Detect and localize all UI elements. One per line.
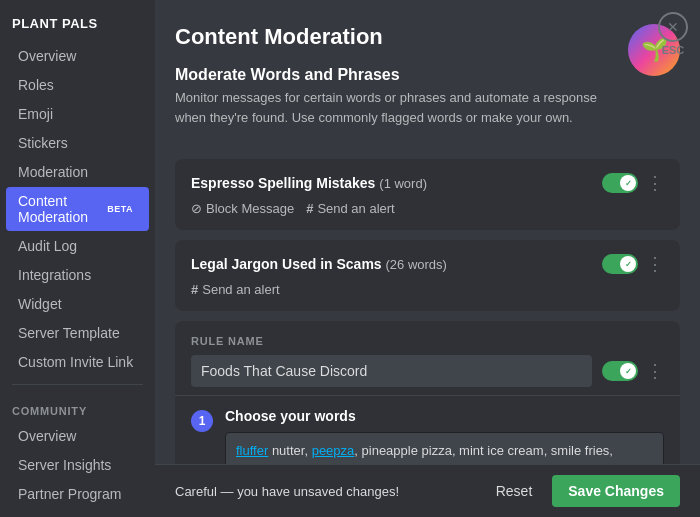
rule-card-2: Legal Jargon Used in Scams (26 words) ✓ …: [175, 240, 680, 311]
unsaved-warning: Careful — you have unsaved changes!: [175, 484, 399, 499]
sidebar-item-label: Audit Log: [18, 238, 77, 254]
rule-1-title-area: Espresso Spelling Mistakes (1 word): [191, 175, 427, 191]
server-name: PLANT PALS: [0, 8, 155, 41]
sidebar-item-label: Server Insights: [18, 457, 111, 473]
sidebar-item-label: Overview: [18, 428, 76, 444]
rule-1-title: Espresso Spelling Mistakes (1 word): [191, 175, 427, 191]
hash-icon: [306, 201, 313, 216]
sidebar-item-label: Integrations: [18, 267, 91, 283]
rule-name-label: Rule Name: [191, 335, 664, 347]
rule-1-word-count: (1 word): [379, 176, 427, 191]
sidebar-item-server-insights[interactable]: Server Insights: [6, 451, 149, 479]
rule-1-toggle[interactable]: ✓: [602, 173, 638, 193]
expanded-rule-more-button[interactable]: ⋮: [646, 362, 664, 380]
rule-2-action-alert: Send an alert: [191, 282, 280, 297]
sidebar-item-label: Stickers: [18, 135, 68, 151]
toggle-knob: ✓: [620, 175, 636, 191]
sidebar-item-label: Roles: [18, 77, 54, 93]
community-section-label: COMMUNITY: [0, 393, 155, 421]
rule-1-action-block: Block Message: [191, 201, 294, 216]
rule-2-title: Legal Jargon Used in Scams (26 words): [191, 256, 447, 272]
sidebar: PLANT PALS Overview Roles Emoji Stickers…: [0, 0, 155, 517]
rule-1-action-alert: Send an alert: [306, 201, 395, 216]
expanded-rule-header: Rule Name ✓ ⋮: [175, 321, 680, 395]
save-button[interactable]: Save Changes: [552, 475, 680, 507]
rule-2-more-button[interactable]: ⋮: [646, 255, 664, 273]
sidebar-divider: [12, 384, 143, 385]
rule-2-controls: ✓ ⋮: [602, 254, 664, 274]
section-title: Moderate Words and Phrases: [175, 66, 628, 84]
sidebar-item-server-template[interactable]: Server Template: [6, 319, 149, 347]
rule-1-controls: ✓ ⋮: [602, 173, 664, 193]
sidebar-item-community-overview[interactable]: Overview: [6, 422, 149, 450]
sidebar-item-label: Partner Program: [18, 486, 121, 502]
sidebar-item-custom-invite[interactable]: Custom Invite Link: [6, 348, 149, 376]
sidebar-item-audit-log[interactable]: Audit Log: [6, 232, 149, 260]
esc-icon: ✕: [658, 12, 688, 42]
sidebar-item-partner-program[interactable]: Partner Program: [6, 480, 149, 508]
sidebar-item-widget[interactable]: Widget: [6, 290, 149, 318]
header-text: Content Moderation Moderate Words and Ph…: [175, 24, 628, 143]
step-1-num: 1: [191, 410, 213, 432]
sidebar-item-stickers[interactable]: Stickers: [6, 129, 149, 157]
rule-card-1: Espresso Spelling Mistakes (1 word) ✓ ⋮ …: [175, 159, 680, 230]
hash-icon-2: [191, 282, 198, 297]
bottom-actions: Reset Save Changes: [484, 475, 680, 507]
sidebar-item-moderation[interactable]: Moderation: [6, 158, 149, 186]
rule-1-actions: Block Message Send an alert: [191, 201, 664, 216]
expanded-rule-toggle[interactable]: ✓: [602, 361, 638, 381]
sidebar-item-integrations[interactable]: Integrations: [6, 261, 149, 289]
step-1-title: Choose your words: [225, 408, 664, 424]
sidebar-item-label: Moderation: [18, 164, 88, 180]
sidebar-section-general: Overview Roles Emoji Stickers Moderation…: [0, 42, 155, 376]
sidebar-item-emoji[interactable]: Emoji: [6, 100, 149, 128]
esc-label: ESC: [662, 44, 685, 56]
sidebar-item-overview[interactable]: Overview: [6, 42, 149, 70]
block-icon: [191, 201, 202, 216]
sidebar-item-content-moderation[interactable]: Content Moderation BETA: [6, 187, 149, 231]
sidebar-item-label: Content Moderation: [18, 193, 97, 225]
sidebar-item-roles[interactable]: Roles: [6, 71, 149, 99]
rule-2-toggle[interactable]: ✓: [602, 254, 638, 274]
sidebar-section-community: Overview Server Insights Partner Program…: [0, 422, 155, 517]
rule-1-header: Espresso Spelling Mistakes (1 word) ✓ ⋮: [191, 173, 664, 193]
page-title: Content Moderation: [175, 24, 628, 50]
section-desc: Monitor messages for certain words or ph…: [175, 88, 628, 127]
rule-2-actions: Send an alert: [191, 282, 664, 297]
esc-button[interactable]: ✕ ESC: [658, 12, 688, 56]
sidebar-item-label: Server Template: [18, 325, 120, 341]
rule-name-input[interactable]: [191, 355, 592, 387]
reset-button[interactable]: Reset: [484, 477, 545, 505]
beta-badge: BETA: [103, 203, 137, 215]
sidebar-item-label: Custom Invite Link: [18, 354, 133, 370]
toggle-knob-3: ✓: [620, 363, 636, 379]
toggle-knob-2: ✓: [620, 256, 636, 272]
page-header: Content Moderation Moderate Words and Ph…: [175, 24, 680, 143]
rule-name-row: ✓ ⋮: [191, 355, 664, 387]
sidebar-item-label: Overview: [18, 48, 76, 64]
sidebar-item-label: Widget: [18, 296, 62, 312]
rule-2-title-area: Legal Jargon Used in Scams (26 words): [191, 256, 447, 272]
rule-1-more-button[interactable]: ⋮: [646, 174, 664, 192]
sidebar-item-label: Emoji: [18, 106, 53, 122]
bottom-bar: Careful — you have unsaved changes! Rese…: [155, 464, 700, 517]
rule-2-header: Legal Jargon Used in Scams (26 words) ✓ …: [191, 254, 664, 274]
rule-2-word-count: (26 words): [386, 257, 447, 272]
main-content: ✕ ESC Content Moderation Moderate Words …: [155, 0, 700, 517]
sidebar-item-discovery[interactable]: Discovery: [6, 509, 149, 517]
expanded-rule-controls: ✓ ⋮: [602, 361, 664, 381]
